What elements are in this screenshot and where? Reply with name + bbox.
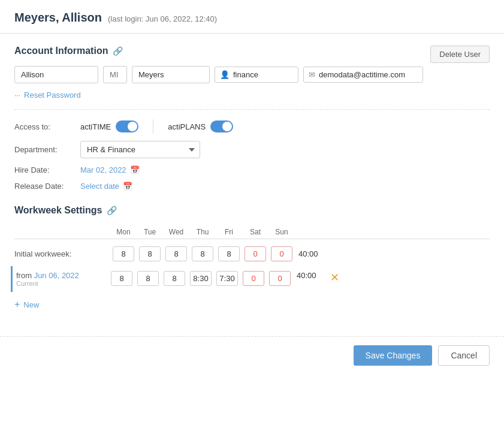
day-mon: Mon	[110, 228, 137, 236]
account-info-section: Account Information 🔗 Delete User 👤 ✉ ··…	[14, 46, 490, 191]
current-thu-cell	[188, 271, 214, 286]
from-text: from	[16, 271, 34, 280]
day-tue: Tue	[137, 228, 163, 236]
current-mon-cell	[108, 271, 135, 286]
access-row: Access to: actiTIME actiPLANS	[14, 119, 490, 134]
new-workweek-row[interactable]: + New	[14, 299, 490, 310]
day-fri: Fri	[216, 228, 242, 236]
name-email-row: 👤 ✉	[14, 66, 490, 83]
hire-date-calendar-icon[interactable]: 📅	[130, 165, 140, 174]
username-field[interactable]: 👤	[215, 67, 298, 83]
day-wed: Wed	[163, 228, 189, 236]
workweek-title: Workweek Settings	[14, 205, 102, 216]
initial-workweek-label: Initial workweek:	[14, 249, 110, 258]
initial-thu-input[interactable]	[192, 246, 213, 261]
initial-fri-cell	[216, 246, 242, 261]
account-info-link-icon[interactable]: 🔗	[113, 46, 123, 56]
save-changes-button[interactable]: Save Changes	[354, 345, 433, 366]
initial-fri-input[interactable]	[218, 246, 240, 261]
current-fri-input[interactable]	[216, 271, 238, 286]
release-date-calendar-icon[interactable]: 📅	[123, 182, 132, 191]
current-workweek-row: from Jun 06, 2022 Current	[11, 266, 490, 292]
release-date-row: Release Date: Select date 📅	[14, 182, 490, 191]
email-field[interactable]: ✉	[303, 67, 423, 83]
initial-tue-input[interactable]	[139, 246, 161, 261]
initial-thu-cell	[189, 246, 216, 261]
current-tue-input[interactable]	[137, 271, 159, 286]
current-from-label: from Jun 06, 2022 Current	[16, 271, 108, 287]
day-sat: Sat	[242, 228, 268, 236]
mi-input[interactable]	[103, 66, 127, 83]
current-total: 40:00	[293, 271, 323, 280]
department-select[interactable]: HR & Finance Engineering Sales Marketing	[80, 141, 200, 158]
section-top-row: Account Information 🔗 Delete User	[14, 46, 490, 66]
reset-password-link[interactable]: Reset Password	[24, 91, 81, 100]
account-info-header: Account Information 🔗	[14, 46, 123, 56]
initial-total: 40:00	[295, 249, 325, 258]
initial-sat-input[interactable]	[245, 246, 266, 261]
workweek-header: Workweek Settings 🔗	[14, 205, 490, 216]
department-row: Department: HR & Finance Engineering Sal…	[14, 141, 490, 158]
delete-workweek-button[interactable]: ✕	[328, 271, 342, 284]
actiplans-toggle-thumb	[222, 122, 232, 131]
cancel-button[interactable]: Cancel	[438, 345, 490, 366]
current-thu-input[interactable]	[190, 271, 212, 286]
current-sun-cell	[267, 271, 293, 286]
actitime-access: actiTIME	[80, 120, 138, 132]
divider-1	[14, 109, 490, 110]
user-icon: 👤	[220, 70, 230, 79]
actitime-toggle-thumb	[128, 122, 137, 131]
actiplans-toggle-track	[210, 120, 233, 132]
current-sun-input[interactable]	[269, 271, 291, 286]
current-wed-cell	[161, 271, 188, 286]
actitime-label: actiTIME	[80, 122, 111, 131]
new-plus-icon: +	[14, 299, 20, 310]
hire-date-value[interactable]: Mar 02, 2022	[80, 165, 126, 174]
release-date-value[interactable]: Select date	[80, 182, 119, 191]
initial-mon-input[interactable]	[113, 246, 134, 261]
current-sat-cell	[240, 271, 267, 286]
last-name-input[interactable]	[132, 66, 210, 83]
delete-user-button[interactable]: Delete User	[430, 46, 490, 63]
workweek-days-header: Mon Tue Wed Thu Fri Sat Sun	[14, 225, 490, 239]
workweek-link-icon[interactable]: 🔗	[107, 206, 117, 215]
actiplans-label: actiPLANS	[168, 122, 206, 131]
initial-sat-cell	[242, 246, 268, 261]
actiplans-toggle[interactable]	[210, 120, 233, 132]
new-workweek-link[interactable]: New	[23, 300, 39, 309]
workweek-section: Workweek Settings 🔗 Mon Tue Wed Thu Fri …	[14, 205, 490, 310]
initial-sun-cell	[268, 246, 295, 261]
from-date-link[interactable]: Jun 06, 2022	[34, 271, 79, 280]
current-text: Current	[16, 280, 108, 287]
hire-date-row: Hire Date: Mar 02, 2022 📅	[14, 165, 490, 174]
last-login: (last login: Jun 06, 2022, 12:40)	[108, 14, 217, 23]
current-fri-cell	[214, 271, 240, 286]
email-icon: ✉	[309, 70, 315, 79]
initial-wed-input[interactable]	[165, 246, 187, 261]
release-date-label: Release Date:	[14, 182, 80, 191]
hire-date-label: Hire Date:	[14, 165, 80, 174]
current-sat-input[interactable]	[243, 271, 264, 286]
initial-wed-cell	[163, 246, 189, 261]
first-name-input[interactable]	[14, 66, 98, 83]
department-label: Department:	[14, 145, 80, 154]
actitime-toggle[interactable]	[116, 120, 138, 132]
actitime-toggle-track	[116, 120, 138, 132]
access-controls: actiTIME actiPLANS	[80, 119, 233, 134]
initial-tue-cell	[137, 246, 163, 261]
reset-icon: ···	[14, 91, 20, 100]
actiplans-access: actiPLANS	[168, 120, 233, 132]
current-tue-cell	[135, 271, 161, 286]
day-sun: Sun	[268, 228, 295, 236]
page-header: Meyers, Allison (last login: Jun 06, 202…	[0, 0, 504, 34]
current-mon-input[interactable]	[111, 271, 132, 286]
account-info-title: Account Information	[14, 46, 108, 56]
footer-actions: Save Changes Cancel	[0, 336, 504, 374]
day-thu: Thu	[189, 228, 216, 236]
email-input[interactable]	[319, 70, 420, 79]
reset-password-row: ··· Reset Password	[14, 91, 490, 100]
content-area: Account Information 🔗 Delete User 👤 ✉ ··…	[0, 34, 504, 336]
user-name: Meyers, Allison	[14, 11, 102, 25]
current-wed-input[interactable]	[164, 271, 185, 286]
initial-sun-input[interactable]	[271, 246, 292, 261]
